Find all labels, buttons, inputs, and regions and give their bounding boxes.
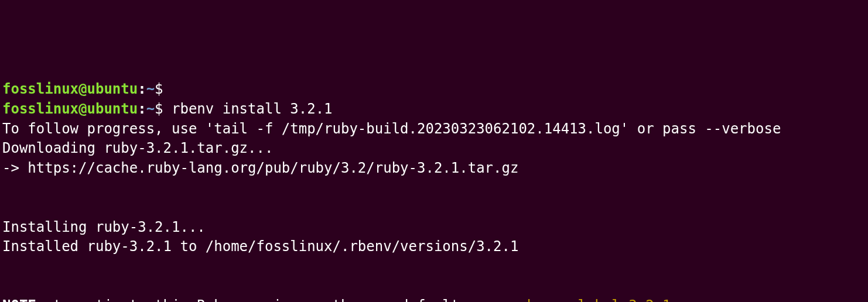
prompt-at: @ [78,101,87,117]
output-installing: Installing ruby-3.2.1... [2,218,866,238]
prompt-colon: : [138,81,146,97]
output-installed: Installed ruby-3.2.1 to /home/fosslinux/… [2,237,866,257]
prompt-colon: : [138,101,146,117]
output-url: -> https://cache.ruby-lang.org/pub/ruby/… [2,159,866,179]
prompt-line-2: fosslinux@ubuntu:~$ rbenv install 3.2.1 [2,99,866,119]
prompt-path: ~ [146,81,155,97]
output-blank [2,257,866,277]
output-blank [2,178,866,198]
prompt-user: fosslinux [2,101,78,117]
prompt-at: @ [78,81,87,97]
prompt-host: ubuntu [87,101,138,117]
output-progress: To follow progress, use 'tail -f /tmp/ru… [2,119,866,139]
note-highlight-command: rbenv global 3.2.1 [518,297,671,302]
prompt-user: fosslinux [2,81,78,97]
output-blank [2,198,866,218]
prompt-path: ~ [146,101,155,117]
output-downloading: Downloading ruby-3.2.1.tar.gz... [2,139,866,159]
command-rbenv-install[interactable]: rbenv install 3.2.1 [172,101,333,117]
prompt-dollar: $ [155,81,163,97]
prompt-dollar: $ [155,101,163,117]
output-note-line: NOTE: to activate this Ruby version as t… [2,296,866,302]
prompt-host: ubuntu [87,81,138,97]
note-text: to activate this Ruby version as the new… [45,297,518,302]
note-label: NOTE: [2,297,45,302]
prompt-line-1: fosslinux@ubuntu:~$ [2,80,866,99]
output-blank [2,276,866,296]
